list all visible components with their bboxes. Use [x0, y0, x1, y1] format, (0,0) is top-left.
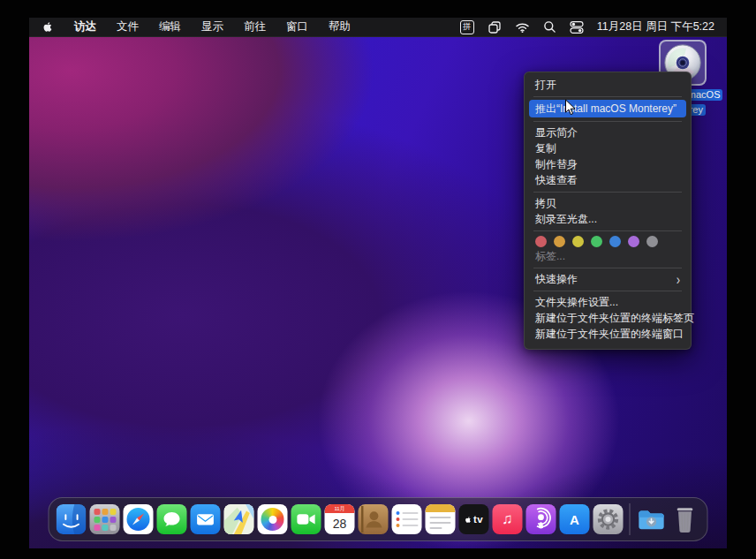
dock-photos[interactable] [258, 504, 288, 534]
menu-item-new-terminal-tab[interactable]: 新建位于文件夹位置的终端标签页 [529, 311, 686, 327]
tag-orange[interactable] [554, 236, 565, 247]
menu-item-tags: 标签... [529, 249, 686, 265]
dock-reminders[interactable] [392, 504, 422, 534]
calendar-month: 11月 [325, 504, 355, 513]
speech-bubble-icon [162, 509, 183, 530]
tag-red[interactable] [535, 236, 547, 247]
menubar-item-finder[interactable]: 访达 [74, 19, 96, 34]
tag-green[interactable] [591, 236, 602, 247]
dock-finder[interactable] [57, 504, 87, 534]
dock-calendar[interactable]: 11月 28 [325, 504, 355, 534]
dock-system-preferences[interactable] [593, 504, 624, 534]
stacked-windows-icon[interactable] [488, 20, 502, 34]
menubar-item-edit[interactable]: 编辑 [159, 19, 181, 34]
dock-notes[interactable] [426, 504, 456, 534]
menu-item-eject[interactable]: 推出“Install macOS Monterey” [529, 100, 686, 117]
quick-actions-label: 快速操作 [535, 272, 578, 287]
notes-header-bar [426, 504, 456, 512]
wifi-icon[interactable] [515, 20, 530, 34]
envelope-icon [194, 508, 217, 531]
dock-safari[interactable] [124, 504, 154, 534]
tag-gray[interactable] [646, 236, 658, 247]
menu-separator [533, 291, 682, 291]
podcasts-icon [529, 507, 554, 532]
photos-pinwheel-icon [261, 508, 284, 531]
menu-separator [533, 268, 682, 268]
menu-item-open[interactable]: 打开 [529, 77, 686, 93]
context-menu: 打开 推出“Install macOS Monterey” 显示简介 复制 制作… [524, 72, 692, 350]
dock-launchpad[interactable] [90, 504, 120, 534]
menu-item-folder-actions-setup[interactable]: 文件夹操作设置... [529, 295, 686, 311]
dock-messages[interactable] [157, 504, 187, 534]
mouse-cursor [564, 99, 577, 117]
dock-app-store[interactable]: A [560, 504, 590, 534]
gear-icon [595, 506, 622, 533]
menu-item-quick-actions[interactable]: 快速操作 › [529, 272, 686, 288]
menu-item-burn-to-disc[interactable]: 刻录至光盘... [529, 211, 686, 227]
apple-menu-icon[interactable] [42, 20, 54, 34]
calendar-day: 28 [325, 513, 355, 534]
video-camera-icon [295, 508, 318, 531]
dock-separator [630, 503, 631, 535]
menubar-clock[interactable]: 11月28日 周日 下午5:22 [597, 19, 714, 34]
maps-icon [224, 504, 254, 534]
dock-downloads-folder[interactable] [637, 504, 667, 534]
music-note-icon: ♫ [502, 510, 513, 528]
dock-trash[interactable] [670, 504, 700, 534]
dock-tv[interactable]: tv [459, 504, 489, 534]
menu-separator [533, 96, 682, 97]
menu-item-copy[interactable]: 拷贝 [529, 195, 686, 211]
wallpaper: 访达 文件 编辑 显示 前往 窗口 帮助 拼 [29, 18, 727, 548]
input-method-glyph: 拼 [463, 23, 471, 31]
dock-maps[interactable] [224, 504, 254, 534]
dock-podcasts[interactable] [526, 504, 556, 534]
contacts-silhouette-icon [359, 504, 389, 534]
menu-item-make-alias[interactable]: 制作替身 [529, 156, 686, 172]
tag-purple[interactable] [628, 236, 639, 247]
menu-item-quick-look[interactable]: 快速查看 [529, 172, 686, 188]
apple-logo-icon [465, 515, 472, 525]
input-method-icon[interactable]: 拼 [460, 20, 474, 34]
app-store-letter: A [570, 512, 579, 527]
menu-item-get-info[interactable]: 显示简介 [529, 125, 686, 140]
safari-compass-icon [126, 507, 151, 532]
menubar-item-window[interactable]: 窗口 [286, 19, 308, 34]
menu-item-new-terminal-window[interactable]: 新建位于文件夹位置的终端窗口 [529, 327, 686, 343]
tag-color-row [529, 235, 686, 248]
tag-yellow[interactable] [572, 236, 584, 247]
menu-separator [533, 230, 682, 231]
dock-contacts[interactable] [359, 504, 389, 534]
tag-blue[interactable] [609, 236, 621, 247]
control-center-icon[interactable] [570, 20, 584, 34]
menubar-item-help[interactable]: 帮助 [329, 19, 351, 34]
dock: 11月 28 tv [49, 497, 708, 541]
launchpad-grid-icon [94, 509, 116, 531]
menu-separator [533, 121, 682, 122]
search-icon[interactable] [543, 20, 556, 34]
submenu-chevron-icon: › [677, 272, 680, 286]
dock-facetime[interactable] [291, 504, 321, 534]
menu-item-duplicate[interactable]: 复制 [529, 140, 686, 156]
menubar-item-file[interactable]: 文件 [117, 19, 139, 34]
menubar-item-go[interactable]: 前往 [244, 19, 266, 34]
menu-bar: 访达 文件 编辑 显示 前往 窗口 帮助 拼 [29, 18, 727, 37]
dock-mail[interactable] [191, 504, 221, 534]
menubar-item-view[interactable]: 显示 [201, 19, 223, 34]
downloads-folder-icon [637, 504, 667, 534]
trash-bin-icon [672, 505, 699, 533]
tv-label: tv [473, 514, 483, 525]
dock-music[interactable]: ♫ [493, 504, 523, 534]
menu-separator [533, 192, 682, 193]
screen: 访达 文件 编辑 显示 前往 窗口 帮助 拼 [0, 0, 756, 559]
